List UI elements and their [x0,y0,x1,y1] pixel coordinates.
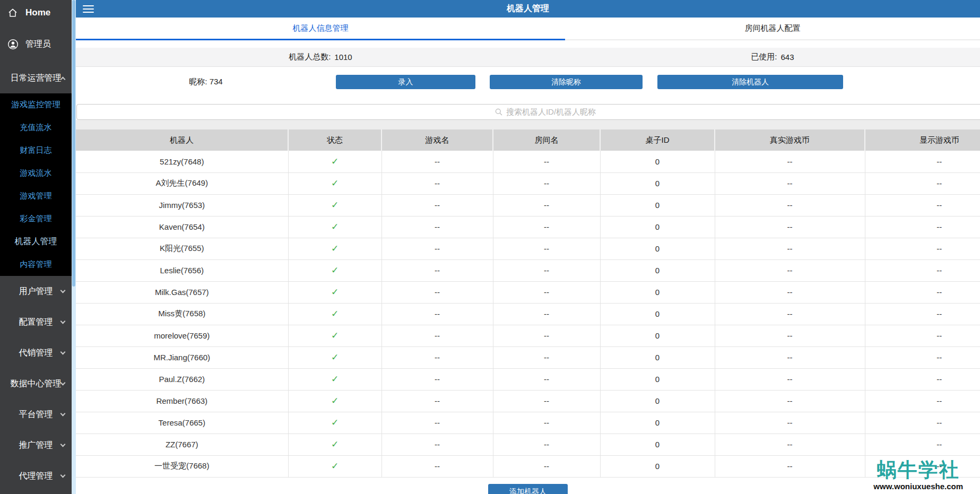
cell-table_id: 0 [600,281,715,303]
cell-name: morelove(7659) [76,325,288,346]
sidebar-item-label: 财富日志 [20,145,52,155]
table-row: 一世受宠(7668)✓----0---- [76,455,980,477]
sidebar-item-1[interactable]: 管理员 [0,25,72,63]
sidebar-item-14[interactable]: 数据中心管理 [0,368,72,399]
sidebar-subitem-6[interactable]: 游戏流水 [0,162,72,185]
cell-table_id: 0 [600,455,715,477]
sidebar-item-11[interactable]: 用户管理 [0,276,72,307]
search-input[interactable]: 搜索机器人ID/机器人昵称 [76,104,980,120]
column-header-3: 房间名 [493,129,600,151]
cell-game: -- [381,434,493,455]
stat-label: 机器人总数: [289,52,331,62]
clear-nickname-button[interactable]: 清除昵称 [490,75,643,89]
clear-robot-button[interactable]: 清除机器人 [657,75,843,89]
cell-game: -- [381,303,493,325]
hamburger-menu-button[interactable] [83,3,94,15]
chevron-down-icon [60,319,66,324]
check-icon: ✓ [331,244,339,254]
cell-game: -- [381,194,493,216]
sidebar-subitem-7[interactable]: 游戏管理 [0,185,72,207]
sidebar-item-label: 数据中心管理 [11,378,62,389]
cell-status: ✓ [288,303,381,325]
cell-game: -- [381,412,493,434]
sidebar-scrollbar-thumb[interactable] [72,0,75,287]
sidebar-item-label: 机器人管理 [15,236,57,247]
cell-display_coin: -- [865,390,980,412]
cell-display_coin: -- [865,216,980,238]
sidebar-item-15[interactable]: 平台管理 [0,399,72,430]
cell-table_id: 0 [600,194,715,216]
chevron-down-icon [60,288,66,293]
sidebar-item-label: 日常运营管理 [11,73,62,84]
check-icon: ✓ [331,396,339,406]
cell-room: -- [493,216,600,238]
cell-table_id: 0 [600,412,715,434]
table-row: morelove(7659)✓----0---- [76,325,980,346]
sidebar-item-label: Home [25,7,50,18]
column-header-6: 显示游戏币 [865,129,980,151]
watermark-url: www.woniuxueshe.com [873,482,963,491]
cell-real_coin: -- [715,281,865,303]
cell-table_id: 0 [600,238,715,259]
home-icon [7,7,19,19]
tab-robot-info[interactable]: 机器人信息管理 [76,18,565,40]
check-icon: ✓ [331,265,339,275]
table-row: Jimmy(7653)✓----0---- [76,194,980,216]
sidebar-item-16[interactable]: 推广管理 [0,430,72,461]
cell-room: -- [493,412,600,434]
sidebar-item-13[interactable]: 代销管理 [0,337,72,368]
sidebar-item-label: 推广管理 [19,440,53,451]
sidebar-item-17[interactable]: 代理管理 [0,461,72,491]
hamburger-icon [83,5,94,6]
sidebar-subitem-4[interactable]: 充值流水 [0,116,72,139]
add-robot-button[interactable]: 添加机器人 [488,484,568,494]
tab-room-robot-config[interactable]: 房间机器人配置 [565,18,980,40]
watermark-title: 蜗牛学社 [873,460,963,481]
column-header-5: 真实游戏币 [715,129,865,151]
cell-status: ✓ [288,390,381,412]
check-icon: ✓ [331,418,339,428]
cell-display_coin: -- [865,172,980,194]
cell-table_id: 0 [600,303,715,325]
cell-status: ✓ [288,434,381,455]
sidebar-item-0[interactable]: Home [0,0,72,25]
controls-row: 昵称: 734 录入 清除昵称 清除机器人 [76,67,980,97]
sidebar: Home管理员日常运营管理游戏监控管理充值流水财富日志游戏流水游戏管理彩金管理机… [0,0,72,494]
sidebar-item-12[interactable]: 配置管理 [0,307,72,337]
search-icon [495,108,503,116]
sidebar-scrollbar[interactable] [72,0,76,494]
sidebar-subitem-9[interactable]: 机器人管理 [0,230,72,253]
table-row: Milk.Gas(7657)✓----0---- [76,281,980,303]
sidebar-subitem-10[interactable]: 内容管理 [0,253,72,276]
cell-game: -- [381,346,493,368]
cell-name: Teresa(7665) [76,412,288,434]
spacer [76,120,980,129]
cell-real_coin: -- [715,151,865,172]
cell-name: ZZ(7667) [76,434,288,455]
robot-table: 机器人状态游戏名房间名桌子ID真实游戏币显示游戏币 521zy(7648)✓--… [76,129,980,478]
enter-button[interactable]: 录入 [336,75,475,89]
cell-table_id: 0 [600,346,715,368]
sidebar-subitem-5[interactable]: 财富日志 [0,139,72,162]
cell-name: 一世受宠(7668) [76,455,288,477]
main-content: 机器人管理 机器人信息管理 房间机器人配置 机器人总数: 1010 已使用: 6… [76,0,980,494]
sidebar-item-label: 平台管理 [19,409,53,420]
sidebar-item-2[interactable]: 日常运营管理 [0,63,72,93]
cell-display_coin: -- [865,238,980,259]
cell-real_coin: -- [715,259,865,281]
cell-name: Jimmy(7653) [76,194,288,216]
table-row: Kaven(7654)✓----0---- [76,216,980,238]
sidebar-subitem-8[interactable]: 彩金管理 [0,207,72,230]
sidebar-subitem-3[interactable]: 游戏监控管理 [0,93,72,116]
cell-table_id: 0 [600,151,715,172]
cell-status: ✓ [288,216,381,238]
sidebar-item-label: 用户管理 [19,286,53,297]
column-header-2: 游戏名 [381,129,493,151]
sidebar-item-label: 游戏流水 [20,168,52,178]
cell-name: Miss黄(7658) [76,303,288,325]
stat-used-robots: 已使用: 643 [565,48,980,66]
check-icon: ✓ [331,439,339,449]
cell-room: -- [493,151,600,172]
sidebar-item-label: 配置管理 [19,317,53,328]
cell-game: -- [381,216,493,238]
